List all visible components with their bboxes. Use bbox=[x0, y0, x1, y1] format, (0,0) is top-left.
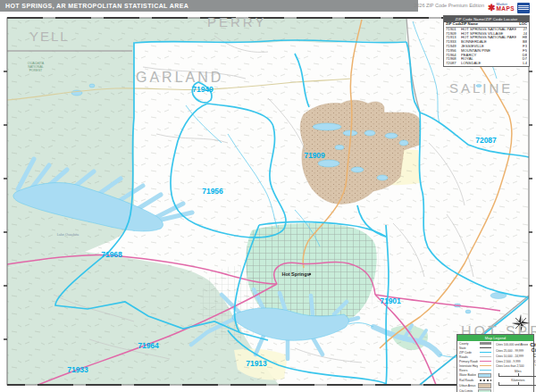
county-label: SALINE bbox=[449, 80, 513, 96]
zip-label: 71933 bbox=[67, 365, 88, 374]
zip-label: 71901 bbox=[380, 296, 401, 305]
county-label: PERRY bbox=[207, 14, 266, 29]
zip-label: 71913 bbox=[246, 359, 267, 368]
legend-city-item: Cities 2,500 - 9,999City bbox=[494, 359, 536, 363]
zip-label: 72087 bbox=[475, 136, 497, 145]
map-page: YELLPERRYGARLANDSALINEHOT SPRING71949719… bbox=[0, 0, 536, 392]
map-layers bbox=[7, 18, 529, 386]
zip-table-rows: 71901HOT SPRINGS NATIONAL PARKJ771909HOT… bbox=[444, 28, 529, 66]
county-label: YELL bbox=[29, 29, 70, 44]
zip-label: 71964 bbox=[138, 341, 159, 350]
logo-badge bbox=[517, 3, 530, 13]
legend-city-item: Cities Less than 2,500City bbox=[494, 363, 536, 368]
zip-code-locator-table: ZIP Code Name/ZIP Code Locator ZIP Code … bbox=[443, 15, 530, 67]
zip-table-header: ZIP Code Name/ZIP Code Locator bbox=[444, 16, 529, 22]
lake-label: Lake Ouachita bbox=[57, 233, 80, 237]
county-label: GARLAND bbox=[136, 70, 223, 85]
legend-line-items: CountyStateZIP CodeRoadsPrimary RoadsInt… bbox=[457, 341, 494, 392]
table-row: 72087LONSDALEL4 bbox=[444, 62, 529, 66]
legend-item: City Limits bbox=[457, 388, 493, 392]
logo-star-icon: ✱ bbox=[488, 4, 495, 13]
logo-brand-bottom: MAPS bbox=[496, 6, 515, 13]
legend-city-item: Cities 25,000 - 99,999City bbox=[494, 347, 536, 354]
zip-label: 71909 bbox=[304, 151, 325, 160]
city-label: Hot Springs bbox=[281, 271, 309, 277]
zip-label: 71949 bbox=[192, 85, 214, 94]
scale-bar-miles: Miles bbox=[494, 369, 536, 378]
scale-bar-kilometers: Kilometers bbox=[494, 378, 536, 387]
legend-city-item: Cities 100,000 and AboveCity bbox=[494, 341, 536, 347]
zip-label: 71956 bbox=[202, 187, 223, 196]
legend-city-items: Cities 100,000 and AboveCityCities 25,00… bbox=[494, 341, 536, 369]
forest-label: FOREST bbox=[29, 69, 43, 72]
map-legend: Map Legend CountyStateZIP CodeRoadsPrima… bbox=[456, 334, 534, 392]
legend-header: Map Legend bbox=[457, 335, 533, 341]
zip-label: 71968 bbox=[101, 250, 122, 259]
city-marker bbox=[309, 273, 311, 275]
publisher-logo: ✱ Market MAPS bbox=[488, 1, 530, 14]
edition-label: 2026 ZIP Code Premium Edition bbox=[400, 3, 484, 8]
map-title-bar: HOT SPRINGS, AR METROPOLITAN STATISTICAL… bbox=[0, 0, 418, 12]
